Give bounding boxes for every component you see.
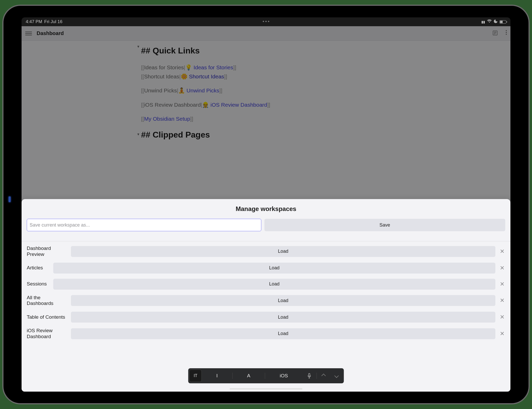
app-header: Dashboard (22, 26, 510, 41)
workspace-name: Sessions (27, 281, 50, 287)
workspace-row: Sessions Load ✕ (27, 277, 505, 291)
fold-icon[interactable]: ▼ (137, 132, 140, 136)
wifi-icon (487, 19, 492, 24)
load-button[interactable]: Load (71, 246, 495, 257)
mic-icon[interactable] (302, 370, 316, 382)
status-time: 4:47 PM (26, 19, 42, 24)
modal-title: Manage workspaces (27, 205, 505, 213)
status-bar: 4:47 PM Fri Jul 16 ▮▮ (22, 17, 510, 26)
delete-workspace-icon[interactable]: ✕ (499, 265, 505, 271)
delete-workspace-icon[interactable]: ✕ (499, 314, 505, 320)
separator (232, 373, 232, 379)
menu-icon[interactable] (25, 32, 32, 35)
delete-workspace-icon[interactable]: ✕ (499, 248, 505, 255)
separator (265, 373, 265, 379)
separator (316, 373, 317, 379)
screen: 4:47 PM Fri Jul 16 ▮▮ Dashboard (22, 17, 510, 392)
suggestion-2[interactable]: A (233, 370, 264, 382)
page-title: Dashboard (37, 30, 64, 36)
delete-workspace-icon[interactable]: ✕ (499, 331, 505, 337)
workspace-name-input[interactable] (27, 219, 261, 231)
home-indicator[interactable] (230, 388, 302, 390)
delete-workspace-icon[interactable]: ✕ (499, 281, 505, 287)
side-indicator (9, 196, 11, 202)
status-date: Fri Jul 16 (44, 19, 62, 24)
battery-icon (500, 20, 506, 24)
manage-workspaces-modal: Manage workspaces Save Dashboard Preview… (22, 199, 510, 392)
workspace-row: iOS Review Dashboard Load ✕ (27, 326, 505, 341)
workspace-row: All the Dashboards Load ✕ (27, 293, 505, 308)
save-button[interactable]: Save (264, 219, 505, 231)
fold-icon[interactable]: ▼ (137, 45, 140, 49)
workspace-row: Table of Contents Load ✕ (27, 310, 505, 324)
workspace-name: iOS Review Dashboard (27, 328, 67, 340)
suggestion-1[interactable]: I (202, 370, 232, 382)
workspace-row: Articles Load ✕ (27, 261, 505, 275)
workspace-name: Dashboard Preview (27, 246, 67, 257)
divider (22, 241, 510, 241)
keyboard-shortcut-bar[interactable]: IT I A iOS (188, 368, 344, 383)
load-button[interactable]: Load (53, 279, 495, 290)
more-icon[interactable] (506, 30, 507, 37)
section-heading: ## Quick Links (141, 46, 375, 56)
undo-button[interactable] (317, 370, 330, 382)
workspace-name: Table of Contents (27, 314, 67, 320)
load-button[interactable]: Load (71, 328, 495, 339)
load-button[interactable]: Load (71, 312, 495, 323)
reader-icon[interactable] (492, 30, 498, 37)
workspace-name: All the Dashboards (27, 295, 67, 307)
wikilink-line[interactable]: [[Ideas for Stories|💡 Ideas for Stories]… (141, 63, 375, 72)
suggestion-3[interactable]: iOS (266, 370, 302, 382)
load-button[interactable]: Load (53, 263, 495, 274)
svg-rect-4 (309, 373, 310, 376)
wikilink-line[interactable]: [[Unwind Picks|🧘 Unwind Picks]] (141, 86, 375, 95)
workspace-list: Dashboard Preview Load ✕ Articles Load ✕… (27, 244, 505, 341)
load-button[interactable]: Load (71, 295, 495, 306)
redo-button[interactable] (330, 370, 343, 382)
status-right: ▮▮ (481, 19, 506, 24)
signal-icon: ▮▮ (481, 20, 485, 24)
workspace-name: Articles (27, 265, 50, 271)
multitask-dots-icon[interactable] (263, 21, 269, 22)
wikilink-line[interactable]: [[Shortcut Ideas|🌼 Shortcut Ideas]] (141, 72, 375, 81)
section-heading: ## Clipped Pages (141, 130, 375, 140)
keyboard-lang-button[interactable]: IT (189, 370, 202, 382)
delete-workspace-icon[interactable]: ✕ (499, 297, 505, 304)
moon-icon (494, 19, 497, 24)
wikilink-line[interactable]: [[My Obsidian Setup]] (141, 115, 375, 123)
workspace-row: Dashboard Preview Load ✕ (27, 244, 505, 259)
ipad-frame: 4:47 PM Fri Jul 16 ▮▮ Dashboard (2, 5, 530, 404)
wikilink-line[interactable]: [[iOS Review Dashboard|👷 iOS Review Dash… (141, 101, 375, 109)
